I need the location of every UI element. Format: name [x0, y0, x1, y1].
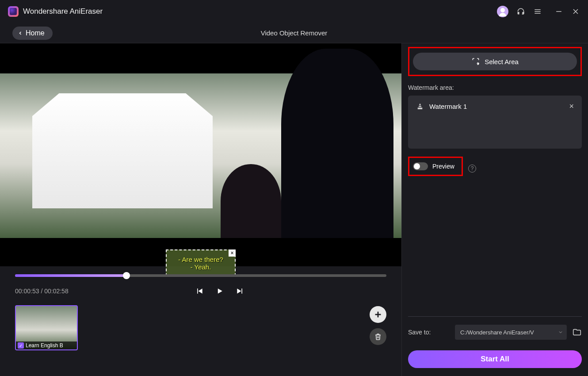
app-title: Wondershare AniEraser: [23, 7, 103, 16]
highlight-select-area: Select Area: [408, 47, 582, 76]
add-clip-button[interactable]: [370, 306, 386, 323]
subheader: Home Video Object Remover: [0, 23, 588, 43]
menu-hamburger-icon[interactable]: [533, 7, 542, 16]
save-path-value: C:/Wondershare AniEraser/V: [460, 329, 558, 336]
video-viewport[interactable]: × - Are we there? - Yeah.: [0, 43, 401, 266]
watermark-stamp-icon: [416, 103, 424, 111]
app-logo-icon: [8, 6, 19, 17]
preview-toggle[interactable]: [413, 162, 428, 170]
user-avatar-icon[interactable]: [497, 6, 508, 17]
watermark-list: Watermark 1 ×: [408, 96, 582, 149]
sidebar-panel: Select Area Watermark area: Watermark 1 …: [401, 43, 588, 376]
watermark-area-label: Watermark area:: [408, 84, 582, 91]
watermark-selection-box[interactable]: × - Are we there? - Yeah.: [166, 249, 236, 276]
home-button[interactable]: Home: [12, 27, 53, 40]
video-scrubber[interactable]: [15, 274, 386, 277]
browse-folder-icon[interactable]: [572, 327, 582, 337]
select-area-button[interactable]: Select Area: [413, 53, 577, 70]
watermark-remove-icon[interactable]: ×: [569, 102, 574, 111]
chevron-down-icon: [558, 330, 563, 335]
save-to-label: Save to:: [408, 329, 450, 336]
save-path-dropdown[interactable]: C:/Wondershare AniEraser/V: [455, 325, 567, 340]
window-minimize-icon[interactable]: [554, 7, 563, 16]
thumbnail-checkbox-icon[interactable]: ✓: [18, 342, 24, 349]
window-close-icon[interactable]: [571, 7, 580, 16]
play-button-icon[interactable]: [215, 287, 224, 295]
video-subtitle-text: - Are we there? - Yeah.: [167, 250, 235, 271]
home-label: Home: [26, 29, 45, 37]
start-all-button[interactable]: Start All: [408, 350, 582, 368]
next-button-icon[interactable]: [236, 287, 244, 295]
start-all-label: Start All: [481, 355, 509, 364]
preview-label: Preview: [432, 163, 454, 170]
preview-help-icon[interactable]: ?: [468, 165, 476, 173]
support-headset-icon[interactable]: [516, 7, 525, 16]
page-title: Video Object Remover: [261, 29, 328, 37]
selection-close-icon[interactable]: ×: [229, 249, 236, 257]
clip-thumbnail[interactable]: ✓ Learn English B: [15, 305, 78, 350]
previous-button-icon[interactable]: [195, 287, 204, 295]
titlebar: Wondershare AniEraser: [0, 0, 588, 23]
thumbnail-label: Learn English B: [26, 342, 63, 349]
watermark-item[interactable]: Watermark 1 ×: [408, 96, 582, 117]
video-frame: [0, 73, 401, 238]
scrubber-thumb[interactable]: [123, 272, 130, 279]
watermark-item-label: Watermark 1: [429, 103, 467, 110]
timecode: 00:00:53 / 00:02:58: [15, 288, 69, 295]
delete-clip-button[interactable]: [370, 328, 386, 345]
highlight-preview-toggle: Preview: [408, 157, 463, 176]
select-area-label: Select Area: [485, 58, 519, 65]
